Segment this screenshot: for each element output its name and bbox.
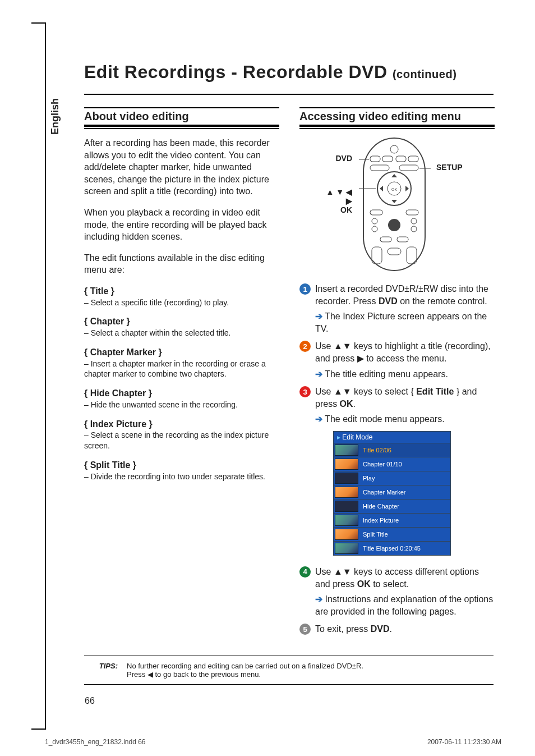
section-rule	[299, 128, 495, 129]
frame-left-rule	[45, 22, 46, 730]
footer-left: 1_dvdr3455h_eng_21832.indd 66	[45, 738, 146, 746]
step-number-icon: 1	[299, 283, 311, 295]
footer-right: 2007-06-11 11:23:30 AM	[427, 738, 501, 746]
remote-control-icon: OK	[358, 137, 431, 272]
body-text: When you playback a recording in video e…	[84, 207, 279, 243]
page-title: Edit Recordings - Recordable DVD (contin…	[84, 62, 494, 83]
option-desc: – Select a specific title (recording) to…	[84, 297, 279, 308]
osd-row-label: Chapter Marker	[359, 488, 450, 497]
osd-row-label: Index Picture	[359, 516, 450, 525]
step-text: Use ▲▼ keys to access different options …	[315, 566, 495, 590]
tips-text: No further recording and editing can be …	[127, 662, 363, 670]
figure-label-dvd: DVD	[319, 154, 352, 163]
option-desc: – Select a scene in the recording as the…	[84, 430, 279, 451]
result-text: ➔ Instructions and explanation of the op…	[315, 593, 495, 617]
osd-menu: ▸ Edit Mode Title 02/06 Chapter 01/10 Pl…	[333, 431, 451, 556]
arrow-icon: ➔	[315, 369, 322, 379]
step-text: To exit, press DVD.	[315, 623, 495, 635]
option-title: { Chapter Marker }	[84, 346, 279, 359]
option-title: { Chapter }	[84, 315, 279, 328]
option-desc: – Insert a chapter marker in the recordi…	[84, 359, 279, 380]
remote-figure: DVD ▲ ▼ ◀ ▶ OK OK	[319, 137, 476, 272]
svg-point-16	[411, 226, 417, 232]
step-text: Insert a recorded DVD±R/±RW disc into th…	[315, 283, 495, 307]
step-number-icon: 4	[299, 566, 311, 578]
section-heading-right: Accessing video editing menu	[299, 107, 495, 127]
language-tab: English	[49, 98, 61, 135]
option-title: { Index Picture }	[84, 418, 279, 430]
svg-point-13	[372, 218, 377, 224]
svg-rect-2	[370, 156, 380, 162]
option-title: { Title }	[84, 285, 279, 297]
svg-rect-5	[408, 156, 418, 162]
svg-rect-18	[380, 237, 391, 242]
step-number-icon: 5	[299, 624, 311, 635]
right-column: Accessing video editing menu DVD ▲ ▼ ◀ ▶…	[299, 107, 495, 639]
tips-text: Press ◀ to go back to the previous menu.	[127, 670, 363, 679]
osd-row-label: Hide Chapter	[359, 502, 450, 511]
option-desc: – Select a chapter within the selected t…	[84, 328, 279, 338]
option-desc: – Hide the unwanted scene in the recordi…	[84, 400, 279, 410]
svg-point-14	[411, 218, 417, 224]
option-title: { Split Title }	[84, 459, 279, 471]
svg-rect-4	[396, 156, 406, 162]
result-text: ➔ The title editing menu appears.	[315, 368, 495, 381]
osd-row-label: Play	[359, 474, 450, 483]
body-text: The edit functions available in the disc…	[84, 252, 279, 276]
osd-row-label: Split Title	[359, 530, 450, 539]
frame-corner	[31, 22, 45, 24]
svg-rect-11	[370, 210, 382, 215]
svg-rect-7	[399, 165, 418, 171]
svg-point-15	[372, 226, 377, 232]
step-number-icon: 2	[299, 341, 311, 352]
svg-rect-19	[397, 237, 408, 242]
osd-row-label: Chapter 01/10	[359, 460, 450, 469]
title-main: Edit Recordings - Recordable DVD	[84, 62, 393, 82]
svg-rect-12	[406, 210, 418, 215]
body-text: After a recording has been made, this re…	[84, 137, 279, 198]
tips-label: TIPS:	[84, 662, 118, 679]
osd-row-label: Title 02/06	[359, 446, 450, 455]
step-text: Use ▲▼ keys to select { Edit Title } and…	[315, 386, 495, 410]
arrow-icon: ➔	[315, 311, 322, 321]
title-continued: (continued)	[393, 68, 456, 80]
svg-text:OK: OK	[391, 187, 397, 191]
left-column: About video editing After a recording ha…	[84, 107, 279, 639]
osd-row-label: Title Elapsed 0:20:45	[359, 544, 450, 553]
svg-rect-22	[388, 248, 401, 255]
figure-label-setup: SETUP	[436, 163, 476, 172]
section-rule	[84, 128, 279, 129]
svg-point-1	[390, 145, 398, 153]
option-title: { Hide Chapter }	[84, 387, 279, 400]
frame-corner	[31, 728, 45, 730]
svg-rect-6	[370, 165, 389, 171]
step-text: Use ▲▼ keys to highlight a title (record…	[315, 340, 495, 364]
svg-point-17	[388, 219, 400, 231]
step-number-icon: 3	[299, 386, 311, 397]
result-text: ➔ The Index Picture screen appears on th…	[315, 310, 495, 335]
arrow-icon: ➔	[315, 414, 322, 424]
svg-rect-0	[363, 138, 425, 271]
figure-label-nav: ▲ ▼ ◀ ▶ OK	[319, 187, 352, 214]
osd-title: ▸ Edit Mode	[334, 432, 450, 443]
arrow-icon: ➔	[315, 594, 322, 604]
section-heading-left: About video editing	[84, 107, 279, 127]
result-text: ➔ The edit mode menu appears.	[315, 413, 495, 425]
page-number: 66	[85, 696, 494, 706]
title-rule	[84, 94, 494, 95]
option-desc: – Divide the recording into two under se…	[84, 471, 279, 482]
tips-box: TIPS: No further recording and editing c…	[84, 656, 494, 685]
svg-rect-3	[382, 156, 393, 162]
